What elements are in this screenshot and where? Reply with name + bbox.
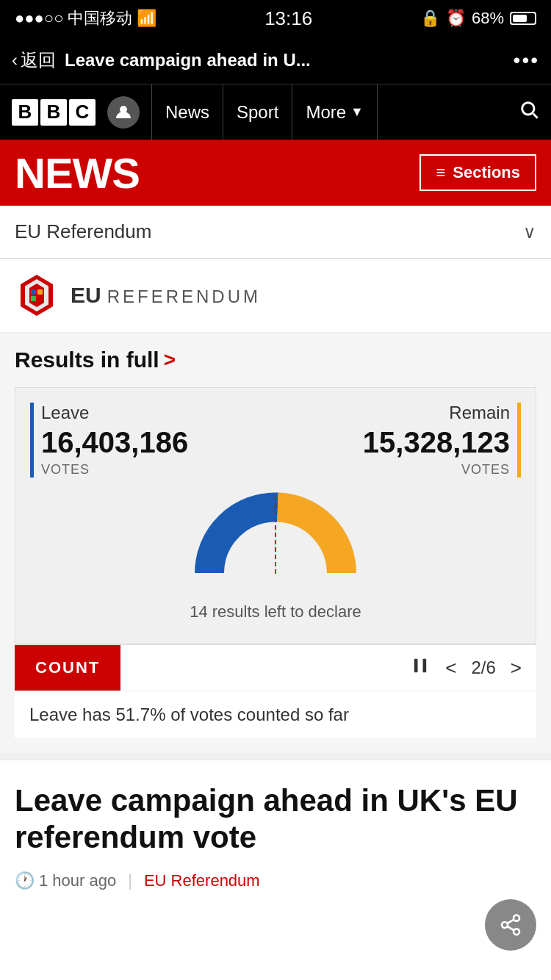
eu-dropdown[interactable]: EU Referendum ∨ <box>0 206 551 259</box>
status-text-bar: Leave has 51.7% of votes counted so far <box>15 691 536 738</box>
hamburger-icon: ≡ <box>436 163 445 182</box>
svg-rect-7 <box>37 289 43 295</box>
dropdown-chevron-icon: ∨ <box>523 222 536 242</box>
prev-button[interactable]: < <box>445 657 456 680</box>
news-title: NEWS <box>15 148 140 198</box>
bbc-logo[interactable]: B B C <box>12 99 96 126</box>
status-time: 13:16 <box>264 7 312 30</box>
battery-percent: 68% <box>472 9 504 28</box>
nav-title: Leave campaign ahead in U... <box>65 50 505 71</box>
bbc-b1: B <box>12 99 38 126</box>
nav-more[interactable]: More ▼ <box>292 84 378 140</box>
bbc-c: C <box>69 99 96 126</box>
eu-light-text: REFERENDUM <box>107 287 261 307</box>
article-time: 🕐 1 hour ago <box>15 871 116 890</box>
results-arrow-icon: > <box>164 348 176 372</box>
back-button[interactable]: ‹ 返回 <box>12 48 56 72</box>
eu-hexagon-logo <box>15 273 59 317</box>
article-category[interactable]: EU Referendum <box>144 871 260 890</box>
nav-bar: ‹ 返回 Leave campaign ahead in U... ••• <box>0 37 551 84</box>
bbc-header: B B C News Sport More ▼ <box>0 84 551 140</box>
svg-rect-6 <box>31 289 36 295</box>
count-controls: < 2/6 > <box>120 655 536 681</box>
dropdown-arrow: ▼ <box>350 104 364 120</box>
leave-label: Leave <box>41 403 188 423</box>
svg-marker-5 <box>29 284 44 307</box>
remain-votes-sub: VOTES <box>363 462 510 478</box>
news-header: NEWS ≡ Sections <box>0 140 551 206</box>
vote-row: Leave 16,403,186 VOTES Remain 15,328,123… <box>30 403 521 478</box>
eu-logo-section: EU REFERENDUM <box>0 259 551 333</box>
declare-text: 14 results left to declare <box>30 602 521 621</box>
sections-label: Sections <box>453 163 520 182</box>
wifi-icon: 📶 <box>137 9 156 28</box>
count-button[interactable]: COUNT <box>15 645 120 691</box>
leave-votes-sub: VOTES <box>41 462 188 478</box>
more-button[interactable]: ••• <box>514 48 539 72</box>
next-button[interactable]: > <box>511 657 522 680</box>
svg-rect-9 <box>37 296 43 301</box>
remain-column: Remain 15,328,123 VOTES <box>363 403 521 478</box>
alarm-icon: ⏰ <box>446 9 466 28</box>
svg-point-1 <box>522 103 534 115</box>
count-bar: COUNT < 2/6 > <box>15 644 536 691</box>
sections-button[interactable]: ≡ Sections <box>419 154 536 191</box>
back-label: 返回 <box>21 48 56 72</box>
battery-fill <box>513 15 527 22</box>
leave-count: 16,403,186 <box>41 426 188 459</box>
nav-news[interactable]: News <box>151 84 223 140</box>
leave-column: Leave 16,403,186 VOTES <box>30 403 188 478</box>
svg-rect-12 <box>423 658 427 672</box>
battery-icon <box>510 12 536 25</box>
page-indicator: 2/6 <box>471 657 495 678</box>
svg-rect-8 <box>31 296 36 301</box>
status-bar: ●●●○○ 中国移动 📶 13:16 🔒 ⏰ 68% <box>0 0 551 37</box>
eu-logo-text: EU REFERENDUM <box>71 283 261 308</box>
results-section: Results in full > Leave 16,403,186 VOTES… <box>0 333 551 753</box>
article-section: Leave campaign ahead in UK's EU referend… <box>0 753 551 905</box>
svg-rect-11 <box>414 658 418 672</box>
status-left: ●●●○○ 中国移动 📶 <box>15 7 156 29</box>
article-meta: 🕐 1 hour ago | EU Referendum <box>15 871 536 890</box>
eu-dropdown-label: EU Referendum <box>15 220 151 243</box>
user-icon[interactable] <box>107 96 140 129</box>
back-chevron: ‹ <box>12 50 18 71</box>
carrier-label: 中国移动 <box>68 7 132 29</box>
article-title: Leave campaign ahead in UK's EU referend… <box>15 782 536 857</box>
status-right: 🔒 ⏰ 68% <box>420 9 536 28</box>
remain-label: Remain <box>363 403 510 423</box>
donut-chart <box>30 485 521 602</box>
nav-sport[interactable]: Sport <box>223 84 292 140</box>
bbc-nav: News Sport More ▼ <box>151 84 519 140</box>
clock-icon: 🕐 <box>15 871 35 890</box>
vote-container: Leave 16,403,186 VOTES Remain 15,328,123… <box>15 387 536 644</box>
signal-dots: ●●●○○ <box>15 9 63 28</box>
results-title[interactable]: Results in full > <box>15 347 536 372</box>
bbc-b2: B <box>40 99 67 126</box>
meta-divider: | <box>128 871 132 890</box>
svg-line-2 <box>533 114 538 118</box>
search-button[interactable] <box>519 99 539 125</box>
lock-icon: 🔒 <box>420 9 440 28</box>
eu-bold-text: EU <box>71 283 101 308</box>
pause-button[interactable] <box>410 655 431 681</box>
remain-count: 15,328,123 <box>363 426 510 459</box>
time-ago: 1 hour ago <box>39 871 116 890</box>
